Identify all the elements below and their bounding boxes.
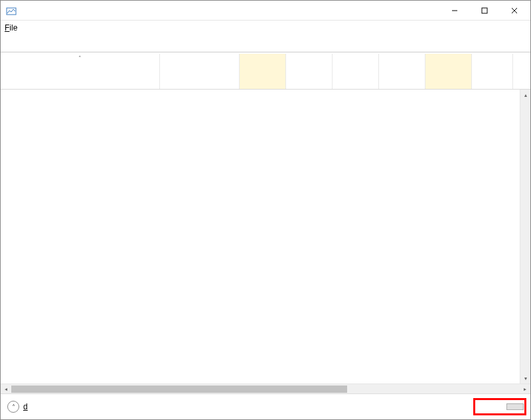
titlebar <box>1 1 530 21</box>
col-gpu-engine[interactable] <box>472 54 513 89</box>
fewer-details-button[interactable]: ˄ d <box>7 401 28 413</box>
end-task-button[interactable] <box>506 403 524 410</box>
svg-rect-0 <box>7 8 16 15</box>
menubar: File <box>1 21 530 35</box>
col-memory[interactable] <box>286 54 333 89</box>
col-cpu[interactable] <box>240 54 286 89</box>
process-grid: ˄ ▴▾ ◂▸ <box>1 54 530 393</box>
column-headers: ˄ <box>1 54 530 90</box>
chevron-up-icon: ˄ <box>7 401 19 413</box>
menu-file[interactable]: File <box>5 23 17 33</box>
tabstrip <box>1 36 530 52</box>
minimize-button[interactable] <box>439 1 469 20</box>
horizontal-scrollbar[interactable]: ◂▸ <box>1 384 530 393</box>
vertical-scrollbar[interactable]: ▴▾ <box>520 90 530 384</box>
col-gpu[interactable] <box>425 54 472 89</box>
sort-indicator-icon: ˄ <box>78 55 82 62</box>
close-button[interactable] <box>499 1 529 20</box>
footer: ˄ d <box>1 393 530 419</box>
col-status[interactable] <box>160 54 240 89</box>
app-icon <box>6 5 17 16</box>
svg-rect-2 <box>482 8 487 13</box>
col-name[interactable]: ˄ <box>1 54 160 89</box>
col-disk[interactable] <box>333 54 379 89</box>
process-rows[interactable]: ▴▾ ◂▸ <box>1 90 530 393</box>
col-network[interactable] <box>379 54 425 89</box>
maximize-button[interactable] <box>469 1 499 20</box>
